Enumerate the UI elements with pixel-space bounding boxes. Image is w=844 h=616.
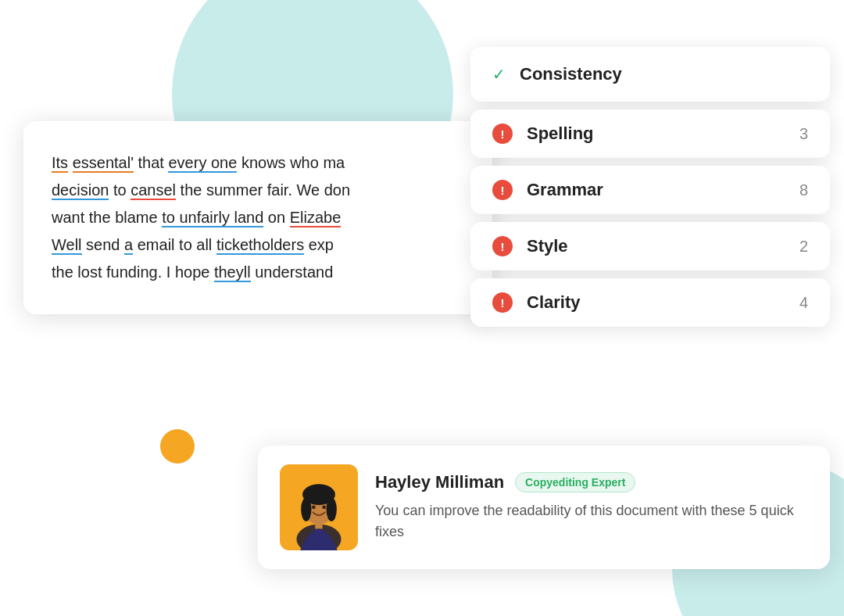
profile-info: Hayley Milliman Copyediting Expert You c… [375, 472, 808, 543]
spelling-count: 3 [799, 125, 808, 143]
grammar-card[interactable]: ! Grammar 8 [470, 166, 830, 214]
text-segment-2: knows who ma [241, 154, 345, 171]
text-segment-9: exp [309, 236, 334, 253]
grammar-label: Grammar [527, 180, 790, 200]
profile-name: Hayley Milliman [375, 472, 504, 492]
svg-rect-7 [315, 523, 323, 529]
profile-badge: Copyediting Expert [515, 472, 635, 492]
svg-point-6 [322, 505, 326, 509]
grammar-count: 8 [799, 181, 808, 199]
editor-text: Its essental' that every one knows who m… [52, 149, 464, 286]
style-card[interactable]: ! Style 2 [470, 222, 830, 270]
exclamation-icon-grammar: ! [492, 180, 513, 200]
consistency-label: Consistency [520, 64, 808, 84]
text-segment-3: to [113, 181, 131, 199]
background-dot [160, 429, 195, 464]
word-its: Its [52, 154, 68, 173]
spelling-label: Spelling [527, 124, 790, 144]
consistency-card[interactable]: ✓ Consistency [470, 47, 830, 102]
text-segment-6: on [268, 209, 290, 226]
profile-description: You can improve the readability of this … [375, 500, 808, 543]
svg-point-5 [312, 505, 316, 509]
svg-point-4 [327, 497, 337, 521]
exclamation-icon-style: ! [492, 236, 513, 256]
word-well: Well [52, 236, 82, 255]
profile-name-row: Hayley Milliman Copyediting Expert [375, 472, 808, 492]
text-segment-8: email to all [138, 236, 216, 253]
word-a: a [124, 236, 133, 255]
text-segment-10: the lost funding. I hope [52, 263, 214, 281]
clarity-card[interactable]: ! Clarity 4 [470, 278, 830, 327]
word-everyone: every one [168, 154, 237, 173]
text-segment-7: send [86, 236, 124, 253]
style-count: 2 [799, 238, 808, 256]
sidebar-cards: ✓ Consistency ! Spelling 3 ! Grammar 8 !… [470, 47, 830, 327]
word-unfairly-land: to unfairly land [162, 209, 263, 227]
word-cansel: cansel [131, 181, 176, 200]
profile-card: Hayley Milliman Copyediting Expert You c… [258, 446, 830, 569]
check-icon: ✓ [492, 65, 506, 84]
word-elizabe: Elizabe [290, 209, 342, 227]
text-segment-1: that [138, 154, 169, 171]
exclamation-icon-clarity: ! [492, 292, 513, 313]
style-label: Style [527, 236, 790, 256]
text-segment-11: understand [255, 263, 333, 281]
word-ticketholders: ticketholders [216, 236, 304, 255]
spelling-card[interactable]: ! Spelling 3 [470, 109, 830, 158]
clarity-count: 4 [799, 294, 808, 312]
editor-card: Its essental' that every one knows who m… [23, 121, 492, 314]
svg-point-3 [301, 497, 311, 521]
word-decision: decision [52, 181, 109, 200]
text-segment-5: want the blame [52, 209, 162, 226]
text-segment-4: the summer fair. We don [181, 181, 351, 199]
word-essental: essental' [73, 154, 134, 173]
avatar [280, 464, 358, 550]
word-theyll: theyll [214, 263, 251, 282]
exclamation-icon-spelling: ! [492, 124, 513, 144]
clarity-label: Clarity [527, 292, 790, 313]
